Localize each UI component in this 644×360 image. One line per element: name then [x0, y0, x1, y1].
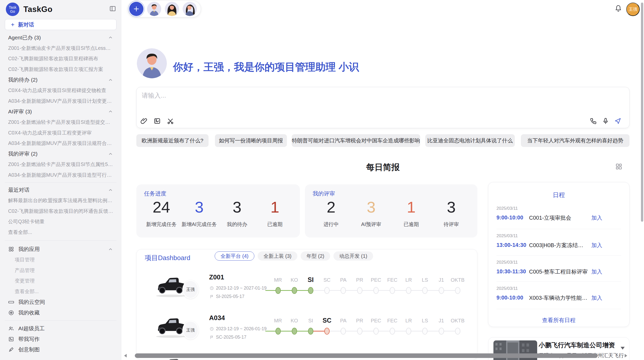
recent-chat-item[interactable]: 公司Q3轻卡销量	[0, 216, 121, 227]
sidebar-section-header[interactable]: 我的评审 (2)	[0, 149, 121, 159]
sidebar-item[interactable]: A034-全新新能源MUV产品开发项目计划变更表编写	[0, 96, 121, 107]
sidebar-item[interactable]: Z001-全新燃油轻卡产品开发项目SI造型提交物评审	[0, 117, 121, 128]
chat-input[interactable]	[142, 91, 549, 107]
project-dashboard-card: 项目Dashboard 全新平台 (4)全新上装 (3)年型 (2)动总开发 (…	[136, 249, 477, 360]
milestone-node[interactable]	[455, 287, 460, 294]
recent-chat-item[interactable]: C02-飞腾新能源轻客改款项目的闭环通告反馈情况	[0, 206, 121, 217]
milestone-node[interactable]	[341, 328, 346, 335]
member-avatar[interactable]	[183, 2, 197, 16]
user-avatar[interactable]: 王强	[626, 3, 640, 16]
sidebar-item[interactable]: A034-全新新能源MUV产品开发项目造型可行性评审	[0, 170, 121, 181]
recent-chats-header[interactable]: 最近对话	[0, 185, 121, 195]
milestone-node[interactable]	[439, 287, 444, 294]
sidebar-item[interactable]: Z001-全新燃油轻卡产品开发项目SI节点属性5D文件评审	[0, 159, 121, 170]
microphone-icon[interactable]	[602, 117, 609, 125]
scroll-left-arrow-icon[interactable]	[124, 354, 127, 357]
join-meeting-link[interactable]: 加入	[591, 294, 602, 302]
milestone-node[interactable]	[357, 287, 362, 294]
project-flag-label: SC-2025-05-17	[216, 335, 246, 340]
sidebar-item[interactable]: C0X4-动力总成开发项目SI里程碑提交物检查	[0, 85, 121, 96]
suggestion-chip[interactable]: 欧洲新规最近颁布了什么?	[136, 134, 209, 147]
member-avatar[interactable]	[147, 2, 161, 16]
briefing-layout-grid-icon[interactable]	[615, 163, 623, 170]
suggestion-chip[interactable]: 特朗普可能对进口汽车增税会对中国车企造成哪些影响	[292, 134, 420, 147]
join-meeting-link[interactable]: 加入	[591, 268, 602, 275]
sidebar-item[interactable]: A034-全新新能源MUV产品开发项目法规符合性评审	[0, 138, 121, 149]
milestone-node[interactable]	[373, 287, 379, 294]
milestone-node[interactable]	[422, 328, 428, 335]
milestone-node[interactable]	[324, 287, 330, 294]
milestone-node[interactable]	[455, 328, 460, 335]
app-item[interactable]: 变更管理	[0, 276, 121, 286]
project-date-range: 2023-12-19 ~ 2027-01-19	[216, 286, 267, 291]
sidebar-section-header[interactable]: Agent已办 (3)	[0, 32, 121, 43]
dashboard-tab[interactable]: 全新上装 (3)	[258, 251, 297, 261]
join-meeting-link[interactable]: 加入	[591, 242, 602, 249]
sidebar-item[interactable]: C0X4-动力总成开发项目工程变更评审	[0, 127, 121, 138]
sidebar-item-label: 解释最新出台的欧盟报废车法规再生塑料比例被调至15%...	[8, 197, 113, 204]
suggestion-chip[interactable]: 如何写一份清晰的项目周报	[215, 134, 287, 147]
sidebar-link-cloud-space-icon[interactable]: 我的云空间	[0, 297, 121, 307]
sidebar-item[interactable]: C02-飞腾新能源轻客改款项目里程碑画布	[0, 53, 121, 64]
new-chat-button[interactable]: 新对话	[5, 19, 116, 30]
stat-label: 已逾期	[404, 221, 419, 228]
schedule-time: 10:30-11:30	[496, 268, 529, 275]
milestone-node[interactable]	[390, 287, 395, 294]
sidebar-link-favorites-icon[interactable]: 我的收藏	[0, 307, 121, 318]
sidebar-section-header[interactable]: 我的待办 (2)	[0, 74, 121, 85]
milestone-node[interactable]	[357, 328, 362, 335]
sidebar-tool-ai-staff-icon[interactable]: AI超级员工	[0, 323, 121, 334]
dashboard-tab[interactable]: 动总开发 (1)	[333, 251, 373, 261]
dashboard-tab[interactable]: 全新平台 (4)	[215, 251, 254, 261]
milestone-node[interactable]	[406, 328, 411, 335]
schedule-event-title: C005-整车工程目标评审	[529, 268, 588, 275]
dashboard-tab[interactable]: 年型 (2)	[301, 251, 330, 261]
milestone-node[interactable]	[308, 328, 313, 335]
scroll-down-arrow-icon[interactable]	[621, 347, 625, 350]
sidebar-tool-writing-icon[interactable]: 帮我写作	[0, 334, 121, 344]
voice-call-icon[interactable]	[590, 117, 597, 125]
sidebar-item[interactable]: Z001-全新燃油皮卡产品开发项目SI节点Lesson Learn报告	[0, 43, 121, 54]
member-avatar[interactable]	[165, 2, 179, 16]
vertical-scrollbar[interactable]	[641, 3, 643, 222]
flag-icon	[210, 294, 214, 299]
milestone-node[interactable]	[422, 287, 428, 294]
apps-view-all-link[interactable]: 查看全部...	[0, 286, 121, 297]
suggestion-chip[interactable]: 当下年轻人对汽车外观有怎样的喜好趋势	[521, 134, 630, 147]
milestone-node[interactable]	[308, 287, 313, 294]
milestone-node[interactable]	[275, 328, 281, 335]
milestone-node[interactable]	[324, 328, 330, 335]
milestone-node[interactable]	[292, 328, 297, 335]
recent-view-all-link[interactable]: 查看全部...	[0, 227, 121, 238]
sidebar-toggle-icon[interactable]	[109, 5, 116, 12]
milestone-node[interactable]	[390, 328, 395, 335]
milestone-node[interactable]	[275, 287, 281, 294]
milestone-node[interactable]	[341, 287, 346, 294]
sidebar-item[interactable]: C02-飞腾新能源轻客改款项目立项汇报方案	[0, 64, 121, 75]
milestone-node[interactable]	[406, 287, 411, 294]
recent-chat-item[interactable]: 解释最新出台的欧盟报废车法规再生塑料比例被调至15%...	[0, 195, 121, 206]
suggestion-chip[interactable]: 比亚迪全固态电池计划具体说了什么	[425, 134, 515, 147]
suggestion-chips: 欧洲新规最近颁布了什么?如何写一份清晰的项目周报特朗普可能对进口汽车增税会对中国…	[136, 134, 630, 147]
notifications-bell-icon[interactable]	[614, 5, 622, 12]
sidebar-tool-drawing-icon[interactable]: 创意制图	[0, 344, 121, 355]
attachment-icon[interactable]	[140, 117, 148, 125]
send-icon[interactable]	[614, 117, 622, 125]
schedule-item: 2025/03/119:00-10:00C001-立项审批会加入	[496, 202, 621, 229]
milestone-node[interactable]	[292, 287, 297, 294]
screenshot-scissors-icon[interactable]	[167, 117, 174, 125]
my-apps-header[interactable]: 我的应用	[0, 244, 121, 254]
horizontal-scrollbar[interactable]	[135, 353, 598, 358]
add-member-button[interactable]	[129, 2, 143, 16]
milestone-node[interactable]	[373, 328, 379, 335]
schedule-time: 9:00-10:00	[496, 295, 529, 301]
image-upload-icon[interactable]	[153, 117, 161, 125]
join-meeting-link[interactable]: 加入	[591, 214, 602, 221]
view-all-schedule-link[interactable]: 查看所有日程	[488, 317, 629, 324]
drawing-icon	[8, 347, 14, 353]
sidebar-section-header[interactable]: AI评审 (3)	[0, 106, 121, 117]
app-item[interactable]: 产品管理	[0, 265, 121, 276]
milestone-node[interactable]	[439, 328, 444, 335]
scroll-right-arrow-icon[interactable]	[625, 354, 627, 357]
app-item[interactable]: 项目管理	[0, 254, 121, 265]
